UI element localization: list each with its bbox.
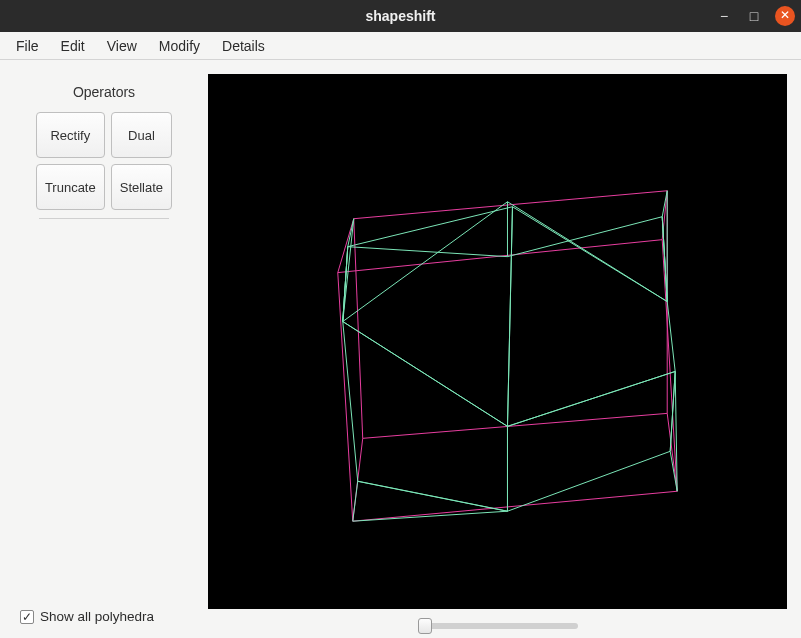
main-row: Operators Rectify Dual Truncate Stellate	[14, 60, 787, 637]
footer-row: ✓ Show all polyhedra	[14, 607, 787, 624]
content-area: Operators Rectify Dual Truncate Stellate	[0, 60, 801, 638]
separator	[39, 218, 169, 219]
window-controls: − □ ✕	[715, 0, 795, 32]
rectify-button[interactable]: Rectify	[36, 112, 105, 158]
operators-heading: Operators	[73, 84, 135, 100]
close-button[interactable]: ✕	[775, 6, 795, 26]
truncate-button[interactable]: Truncate	[36, 164, 105, 210]
stellate-button[interactable]: Stellate	[111, 164, 172, 210]
menubar: File Edit View Modify Details	[0, 32, 801, 60]
menu-view[interactable]: View	[97, 34, 147, 58]
window-title: shapeshift	[365, 8, 435, 24]
menu-edit[interactable]: Edit	[51, 34, 95, 58]
frame-slider[interactable]	[418, 623, 578, 629]
svg-marker-8	[507, 207, 675, 427]
cuboctahedron-wireframe	[343, 191, 677, 521]
maximize-button[interactable]: □	[745, 7, 763, 25]
show-all-checkbox-row[interactable]: ✓ Show all polyhedra	[20, 609, 154, 624]
menu-details[interactable]: Details	[212, 34, 275, 58]
svg-marker-14	[353, 481, 508, 521]
svg-marker-7	[343, 207, 513, 427]
operators-grid: Rectify Dual Truncate Stellate	[36, 112, 172, 210]
minimize-button[interactable]: −	[715, 7, 733, 25]
show-all-checkbox[interactable]: ✓	[20, 610, 34, 624]
titlebar: shapeshift − □ ✕	[0, 0, 801, 32]
show-all-label: Show all polyhedra	[40, 609, 154, 624]
viewport-column	[208, 74, 787, 637]
wireframe-svg	[208, 74, 787, 609]
menu-file[interactable]: File	[6, 34, 49, 58]
svg-marker-10	[507, 371, 675, 511]
frame-slider-thumb[interactable]	[418, 618, 432, 634]
svg-marker-6	[343, 202, 667, 322]
viewport-3d[interactable]	[208, 74, 787, 609]
menu-modify[interactable]: Modify	[149, 34, 210, 58]
app-window: shapeshift − □ ✕ File Edit View Modify D…	[0, 0, 801, 638]
svg-marker-12	[343, 219, 354, 322]
operators-panel: Operators Rectify Dual Truncate Stellate	[14, 74, 194, 637]
dual-button[interactable]: Dual	[111, 112, 172, 158]
